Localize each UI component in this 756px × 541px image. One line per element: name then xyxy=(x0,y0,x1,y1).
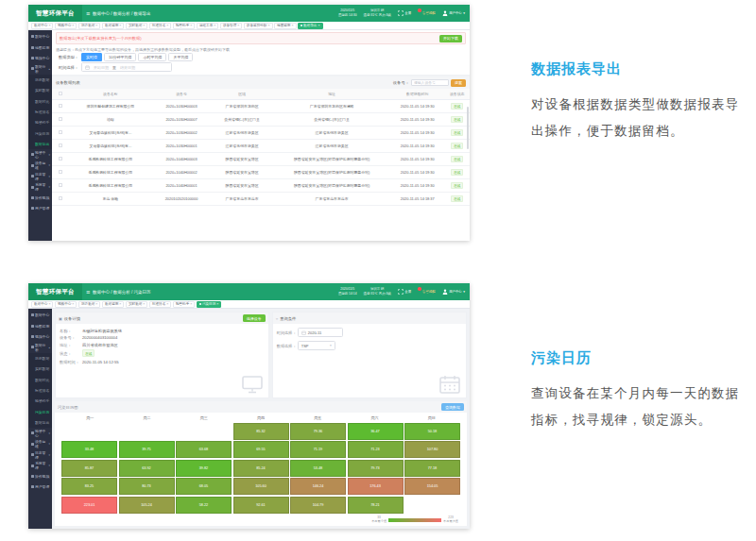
calendar-cell[interactable]: 33.48 xyxy=(61,441,117,458)
calendar-cell[interactable]: 50.18 xyxy=(404,423,460,440)
month-picker[interactable]: 2020-11 xyxy=(298,328,343,337)
calendar-cell[interactable]: 85.87 xyxy=(61,460,117,477)
sidebar-item[interactable]: 操作视频 xyxy=(28,471,52,482)
sidebar-item[interactable]: 污染日历 xyxy=(28,407,52,417)
select-device-button[interactable]: 选择设备 xyxy=(243,314,266,322)
data-type-option[interactable]: 实时值 xyxy=(81,53,102,61)
calendar-cell[interactable]: 85.24 xyxy=(233,460,289,477)
tab[interactable]: 数据中心× xyxy=(31,301,53,308)
row-checkbox[interactable] xyxy=(59,104,62,108)
tab-active[interactable]: 数据导出× xyxy=(298,23,322,29)
sidebar-item[interactable]: 用户管理 xyxy=(28,482,52,492)
data-type-option[interactable]: 小时平均值 xyxy=(138,53,166,61)
calendar-cell[interactable]: 71.23 xyxy=(348,441,404,458)
start-download-button[interactable]: 开始下载 xyxy=(439,35,462,42)
fullscreen-button[interactable]: 全屏 xyxy=(398,10,411,16)
sidebar-item[interactable]: 系统管理▾ xyxy=(28,181,52,192)
calendar-cell[interactable]: 79.36 xyxy=(290,423,346,440)
sidebar-item[interactable]: 预警中心▾ xyxy=(28,149,52,160)
row-checkbox[interactable] xyxy=(59,117,62,121)
menu-toggle-icon[interactable]: ≡ xyxy=(86,289,90,296)
tab[interactable]: 历史数据× xyxy=(78,23,100,29)
row-checkbox[interactable] xyxy=(59,170,62,174)
sidebar-item[interactable]: 实时数据 xyxy=(28,85,52,95)
select-all-checkbox[interactable] xyxy=(59,92,62,95)
calendar-cell[interactable]: 63.68 xyxy=(176,441,232,458)
calendar-cell[interactable]: 79.73 xyxy=(348,460,404,477)
tab[interactable]: 标准排名× xyxy=(149,301,171,308)
calendar-cell[interactable]: 80.73 xyxy=(119,478,175,495)
close-icon[interactable]: × xyxy=(166,24,168,27)
date-range-picker[interactable]: 开始日期 至 结束日期 xyxy=(81,62,172,72)
sidebar-item[interactable]: 历史数据 xyxy=(28,75,52,85)
sidebar-item[interactable]: 设备运维▾ xyxy=(28,439,52,449)
close-icon[interactable]: × xyxy=(291,24,293,27)
close-icon[interactable]: × xyxy=(267,24,269,27)
calendar-cell[interactable]: 85.32 xyxy=(233,423,289,440)
sidebar-item[interactable]: 地图监测 xyxy=(28,320,52,330)
sidebar-item[interactable]: 实时数据 xyxy=(28,363,52,374)
alert-button[interactable]: 告警提醒 xyxy=(418,290,436,294)
sidebar-item[interactable]: 数据分析▴ xyxy=(28,342,52,352)
calendar-cell[interactable]: 69.55 xyxy=(233,441,289,458)
close-icon[interactable]: × xyxy=(95,24,97,27)
sidebar-item[interactable]: 数据对比 xyxy=(28,95,52,106)
sidebar-item[interactable]: 数据中心 xyxy=(28,31,52,42)
tab[interactable]: 数据监测× xyxy=(102,23,124,29)
sidebar-item[interactable]: 数据对比 xyxy=(28,374,52,384)
close-icon[interactable]: × xyxy=(214,24,215,27)
calendar-cell[interactable]: 154.05 xyxy=(404,478,460,495)
row-checkbox[interactable] xyxy=(59,157,62,161)
sidebar-item[interactable]: 标准排名 xyxy=(28,107,52,117)
sidebar-item[interactable]: 系统管理▾ xyxy=(28,460,52,470)
close-icon[interactable]: × xyxy=(143,24,145,27)
close-icon[interactable]: × xyxy=(190,24,192,27)
search-button[interactable]: 搜索 xyxy=(451,79,466,87)
close-icon[interactable]: × xyxy=(48,302,50,306)
data-type-select[interactable]: TSP ▾ xyxy=(298,341,335,350)
tab[interactable]: 实时数据× xyxy=(126,23,147,29)
calendar-cell[interactable]: 223.01 xyxy=(61,497,117,514)
sidebar-item[interactable]: 数据中心 xyxy=(28,310,52,320)
row-checkbox[interactable] xyxy=(59,183,62,187)
data-type-option[interactable]: 天平均值 xyxy=(168,53,193,61)
calendar-cell[interactable]: 105.60 xyxy=(233,478,289,495)
calendar-cell[interactable]: 39.82 xyxy=(176,460,232,477)
row-checkbox[interactable] xyxy=(59,196,62,200)
sidebar-item[interactable]: 数据导出 xyxy=(28,139,52,149)
calendar-cell[interactable]: 39.75 xyxy=(119,441,175,458)
tab[interactable]: 设备管理× xyxy=(220,23,242,29)
row-checkbox[interactable] xyxy=(59,144,62,147)
calendar-cell[interactable]: 83.25 xyxy=(61,478,117,495)
close-icon[interactable]: × xyxy=(237,24,239,27)
sidebar-item[interactable]: 数据导出 xyxy=(28,417,52,428)
calendar-cell[interactable]: 71.19 xyxy=(290,441,346,458)
tab[interactable]: 标准排名× xyxy=(149,23,171,29)
sidebar-item[interactable]: 日志管理▾ xyxy=(28,449,52,460)
sidebar-item[interactable]: 预警助手 xyxy=(28,117,52,127)
tab[interactable]: 历史数据× xyxy=(78,301,100,308)
close-icon[interactable]: × xyxy=(72,24,74,27)
tab[interactable]: 预警助手× xyxy=(173,23,195,29)
scrollbar[interactable] xyxy=(467,107,469,149)
calendar-cell[interactable]: 78.21 xyxy=(348,497,404,514)
calendar-cell[interactable]: 176.43 xyxy=(348,478,404,495)
close-icon[interactable]: × xyxy=(119,302,121,306)
tab[interactable]: 视频中心× xyxy=(55,23,77,29)
close-icon[interactable]: × xyxy=(95,302,97,306)
sidebar-item[interactable]: 预警助手 xyxy=(28,396,52,406)
tab[interactable]: 设备监控分析× xyxy=(244,23,273,29)
calendar-cell[interactable]: 58.22 xyxy=(176,497,232,514)
fullscreen-button[interactable]: 全屏 xyxy=(398,289,411,295)
sidebar-item[interactable]: 日志管理▾ xyxy=(28,171,52,181)
sidebar-item[interactable]: 预警中心▾ xyxy=(28,428,52,438)
calendar-cell[interactable]: 36.47 xyxy=(348,423,404,440)
tab[interactable]: 实时数据× xyxy=(126,301,147,308)
close-icon[interactable]: × xyxy=(216,302,218,306)
sidebar-item[interactable]: 操作视频 xyxy=(28,193,52,203)
query-data-button[interactable]: 查询数据 xyxy=(441,403,464,411)
sidebar-item[interactable]: 视频中心 xyxy=(28,331,52,342)
sidebar-item[interactable]: 数据分析▴ xyxy=(28,63,52,74)
calendar-cell[interactable]: 53.48 xyxy=(290,460,346,477)
user-menu[interactable]: 用户中心 ▾ xyxy=(442,289,465,295)
